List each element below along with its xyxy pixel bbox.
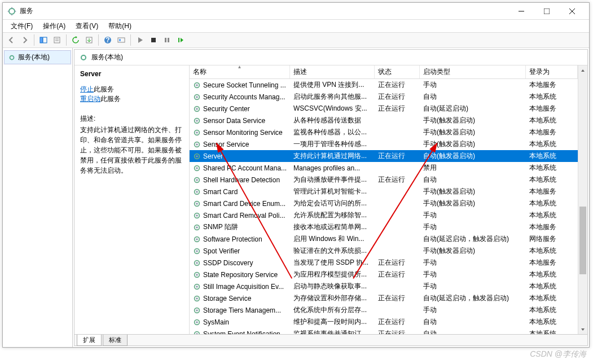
cell-status: 正在运行 bbox=[375, 174, 420, 186]
menu-view[interactable]: 查看(V) bbox=[71, 20, 103, 32]
show-hide-tree-button[interactable] bbox=[37, 34, 50, 46]
scroll-down-button[interactable] bbox=[578, 324, 587, 334]
cell-description: Manages profiles an... bbox=[290, 163, 375, 173]
cell-logon: 本地系统 bbox=[526, 150, 578, 162]
menu-help[interactable]: 帮助(H) bbox=[104, 20, 136, 32]
service-row[interactable]: Shared PC Account Mana...Manages profile… bbox=[190, 162, 578, 174]
cell-startup-type: 手动(触发器启动) bbox=[420, 138, 526, 150]
help-button[interactable]: ? bbox=[102, 34, 114, 46]
tab-standard[interactable]: 标准 bbox=[103, 335, 128, 346]
export-button[interactable] bbox=[83, 34, 95, 46]
cell-logon: 本地服务 bbox=[526, 79, 578, 91]
cell-status bbox=[375, 309, 420, 312]
svg-rect-14 bbox=[119, 39, 121, 41]
column-status[interactable]: 状态 bbox=[375, 65, 420, 78]
close-button[interactable] bbox=[559, 3, 585, 19]
cell-name: Security Accounts Manag... bbox=[190, 92, 290, 102]
cell-name: Software Protection bbox=[190, 234, 290, 244]
service-row[interactable]: State Repository Service为应用程序模型提供所...正在运… bbox=[190, 269, 578, 280]
services-window: 服务 文件(F) 操作(A) 查看(V) 帮助(H) ? bbox=[2, 2, 590, 348]
tab-extended[interactable]: 扩展 bbox=[77, 335, 102, 346]
stop-service-link[interactable]: 停止 bbox=[80, 85, 94, 93]
service-row[interactable]: Secure Socket Tunneling ...提供使用 VPN 连接到.… bbox=[190, 79, 578, 91]
list-header: 名称▲ 描述 状态 启动类型 登录为 bbox=[190, 65, 578, 79]
cell-name: Sensor Monitoring Service bbox=[190, 128, 290, 138]
cell-name: Spot Verifier bbox=[190, 246, 290, 256]
service-row[interactable]: Still Image Acquisition Ev...启动与静态映像获取事.… bbox=[190, 280, 578, 292]
service-row[interactable]: Smart Card Removal Poli...允许系统配置为移除智...手… bbox=[190, 209, 578, 221]
column-name[interactable]: 名称▲ bbox=[190, 65, 290, 78]
menu-action[interactable]: 操作(A) bbox=[38, 20, 70, 32]
cell-startup-type: 手动(触发器启动) bbox=[420, 245, 526, 257]
cell-name: Smart Card bbox=[190, 187, 290, 197]
vertical-scrollbar[interactable] bbox=[578, 65, 587, 334]
service-row[interactable]: Sensor Monitoring Service监视各种传感器，以公...手动… bbox=[190, 126, 578, 138]
cell-status bbox=[375, 250, 420, 252]
properties-button[interactable] bbox=[51, 34, 63, 46]
services-list[interactable]: 名称▲ 描述 状态 启动类型 登录为 Secure Socket Tunneli… bbox=[190, 65, 578, 334]
service-row[interactable]: Spot Verifier验证潜在的文件系统损...手动(触发器启动)本地系统 bbox=[190, 245, 578, 257]
service-row[interactable]: Security Accounts Manag...启动此服务将向其他服...正… bbox=[190, 91, 578, 103]
cell-logon: 本地系统 bbox=[526, 269, 578, 280]
service-row[interactable]: Server支持此计算机通过网络...正在运行自动(触发器启动)本地系统 bbox=[190, 150, 578, 162]
scroll-up-button[interactable] bbox=[578, 65, 587, 75]
service-row[interactable]: Shell Hardware Detection为自动播放硬件事件提...正在运… bbox=[190, 174, 578, 186]
cell-name: Smart Card Device Enum... bbox=[190, 199, 290, 209]
svg-point-64 bbox=[196, 333, 198, 334]
cell-startup-type: 手动 bbox=[420, 79, 526, 91]
cell-logon: 本地系统 bbox=[526, 292, 578, 304]
service-row[interactable]: SNMP 陷阱接收本地或远程简单网...手动本地服务 bbox=[190, 221, 578, 233]
tree-root-services-local[interactable]: 服务(本地) bbox=[4, 50, 71, 64]
cell-status bbox=[375, 214, 420, 217]
service-row[interactable]: SysMain维护和提高一段时间内...正在运行自动本地系统 bbox=[190, 316, 578, 328]
restart-service-link[interactable]: 重启动 bbox=[80, 95, 100, 103]
cell-status bbox=[375, 191, 420, 193]
cell-logon: 本地系统 bbox=[526, 328, 578, 334]
service-row[interactable]: System Event Notification...监视系统事件并通知订..… bbox=[190, 328, 578, 334]
cell-startup-type: 自动 bbox=[420, 328, 526, 334]
titlebar[interactable]: 服务 bbox=[3, 3, 589, 20]
forward-button[interactable] bbox=[19, 34, 31, 46]
service-row[interactable]: Storage Tiers Managem...优化系统中所有分层存...手动本… bbox=[190, 304, 578, 316]
service-row[interactable]: Sensor Data Service从各种传感器传送数据手动(触发器启动)本地… bbox=[190, 115, 578, 126]
service-row[interactable]: Sensor Service一项用于管理各种传感...手动(触发器启动)本地系统 bbox=[190, 138, 578, 150]
service-row[interactable]: Smart Card管理此计算机对智能卡...手动(触发器启动)本地服务 bbox=[190, 186, 578, 198]
main-pane: 服务(本地) Server 停止此服务 重启动此服务 描述: 支持此计算机通过网… bbox=[74, 49, 588, 346]
service-row[interactable]: Security CenterWSCSVC(Windows 安...正在运行自动… bbox=[190, 103, 578, 115]
svg-point-52 bbox=[196, 262, 198, 264]
stop-service-button[interactable] bbox=[147, 34, 160, 46]
column-startup-type[interactable]: 启动类型 bbox=[420, 65, 526, 78]
refresh-button[interactable] bbox=[69, 34, 82, 46]
scrollbar-thumb[interactable] bbox=[579, 207, 586, 274]
restart-service-button[interactable] bbox=[174, 34, 187, 46]
minimize-button[interactable] bbox=[508, 3, 534, 19]
service-row[interactable]: Software Protection启用 Windows 和 Win...自动… bbox=[190, 233, 578, 245]
cell-startup-type: 自动 bbox=[420, 174, 526, 186]
svg-rect-7 bbox=[54, 37, 60, 43]
svg-point-20 bbox=[81, 55, 86, 60]
toolbar-icon[interactable] bbox=[115, 34, 128, 46]
svg-point-50 bbox=[196, 250, 198, 252]
service-row[interactable]: SSDP Discovery当发现了使用 SSDP 协...正在运行手动本地服务 bbox=[190, 257, 578, 269]
maximize-button[interactable] bbox=[534, 3, 559, 19]
svg-text:?: ? bbox=[106, 36, 109, 44]
svg-rect-16 bbox=[165, 38, 166, 42]
cell-description: 为存储设置和外部存储... bbox=[290, 292, 375, 304]
cell-description: 为给定会话可访问的所... bbox=[290, 198, 375, 209]
svg-rect-5 bbox=[40, 37, 42, 43]
cell-startup-type: 手动(触发器启动) bbox=[420, 198, 526, 209]
service-row[interactable]: Smart Card Device Enum...为给定会话可访问的所...手动… bbox=[190, 198, 578, 209]
cell-description: 一项用于管理各种传感... bbox=[290, 138, 375, 150]
back-button[interactable] bbox=[5, 34, 17, 46]
start-service-button[interactable] bbox=[134, 34, 146, 46]
svg-point-38 bbox=[196, 179, 198, 181]
column-description[interactable]: 描述 bbox=[290, 65, 375, 78]
description-label: 描述: bbox=[80, 114, 183, 124]
column-logon-as[interactable]: 登录为 bbox=[526, 65, 578, 78]
pause-service-button[interactable] bbox=[161, 34, 173, 46]
cell-description: 维护和提高一段时间内... bbox=[290, 316, 375, 328]
cell-status: 正在运行 bbox=[375, 91, 420, 103]
service-row[interactable]: Storage Service为存储设置和外部存储...正在运行自动(延迟启动，… bbox=[190, 292, 578, 304]
svg-rect-6 bbox=[43, 37, 47, 43]
menu-file[interactable]: 文件(F) bbox=[6, 20, 37, 32]
